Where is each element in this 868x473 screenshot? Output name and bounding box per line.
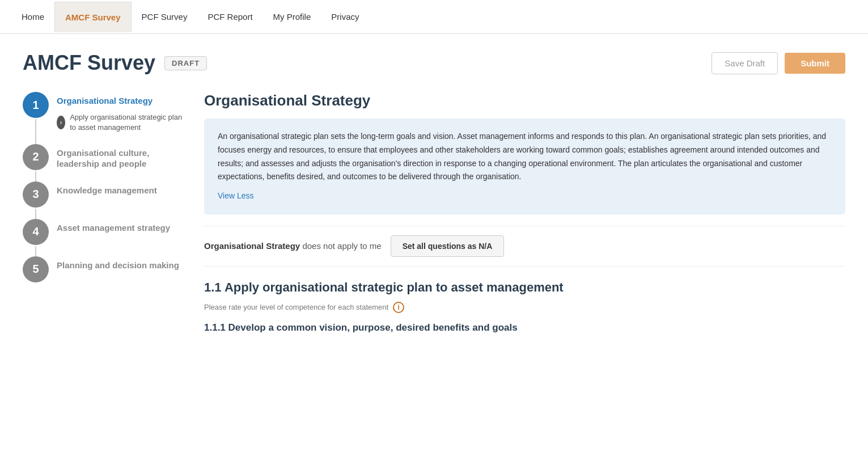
step-title-1[interactable]: Organisational Strategy [57,95,187,107]
nav-my-profile[interactable]: My Profile [263,2,321,32]
info-text: An organisational strategic plan sets th… [218,132,826,181]
sidebar-item-1: 1 Organisational Strategy › Apply organi… [23,92,187,133]
main-content: 1 Organisational Strategy › Apply organi… [23,92,845,338]
sidebar-item-3: 3 Knowledge management [23,181,187,208]
step-circle-3[interactable]: 3 [23,181,49,208]
step-circle-2[interactable]: 2 [23,144,49,170]
step-circle-4[interactable]: 4 [23,219,49,245]
nav-pcf-survey[interactable]: PCF Survey [132,2,198,32]
step-info-3: Knowledge management [57,181,157,196]
right-content: Organisational Strategy An organisationa… [204,92,845,338]
step-title-3[interactable]: Knowledge management [57,185,157,196]
main-nav: Home AMCF Survey PCF Survey PCF Report M… [0,0,868,34]
step-subtitle-1: Apply organisational strategic plan to a… [70,112,187,133]
header-right: Save Draft Submit [712,52,845,74]
step-title-5[interactable]: Planning and decision making [57,260,179,271]
rate-label-row: Please rate your level of competence for… [204,302,845,313]
page-title: AMCF Survey [23,51,155,75]
chevron-icon-1[interactable]: › [57,116,65,129]
section-title: Organisational Strategy [204,92,845,109]
view-less-link[interactable]: View Less [218,189,254,203]
na-text-suffix: does not apply to me [302,241,381,251]
sidebar-item-5: 5 Planning and decision making [23,256,187,282]
page-header: AMCF Survey DRAFT Save Draft Submit [23,51,845,75]
step-info-4: Asset management strategy [57,219,170,234]
header-left: AMCF Survey DRAFT [23,51,207,75]
nav-privacy[interactable]: Privacy [321,2,369,32]
sidebar-item-2: 2 Organisational culture, leadership and… [23,144,187,170]
save-draft-button[interactable]: Save Draft [712,52,778,74]
step-title-2[interactable]: Organisational culture, leadership and p… [57,147,187,170]
step-circle-5[interactable]: 5 [23,256,49,282]
nav-home[interactable]: Home [11,2,54,32]
na-text-prefix: Organisational Strategy [204,241,300,251]
set-all-na-button[interactable]: Set all questions as N/A [391,235,505,257]
draft-badge: DRAFT [164,56,207,70]
sidebar: 1 Organisational Strategy › Apply organi… [23,92,204,338]
na-row: Organisational Strategy does not apply t… [204,226,845,267]
step-title-4[interactable]: Asset management strategy [57,222,170,234]
sidebar-item-4: 4 Asset management strategy [23,219,187,245]
nav-amcf-survey[interactable]: AMCF Survey [54,2,132,32]
question-1-title: 1.1.1 Develop a common vision, purpose, … [204,322,845,333]
step-info-2: Organisational culture, leadership and p… [57,144,187,170]
rate-label-text: Please rate your level of competence for… [204,303,388,311]
nav-pcf-report[interactable]: PCF Report [197,2,262,32]
na-text: Organisational Strategy does not apply t… [204,241,382,251]
info-box: An organisational strategic plan sets th… [204,119,845,214]
step-info-5: Planning and decision making [57,256,179,271]
step-circle-1[interactable]: 1 [23,92,49,118]
step-info-1: Organisational Strategy › Apply organisa… [57,92,187,133]
submit-button[interactable]: Submit [785,53,845,74]
subsection-title: 1.1 Apply organisational strategic plan … [204,280,845,295]
info-icon[interactable]: i [393,302,404,313]
